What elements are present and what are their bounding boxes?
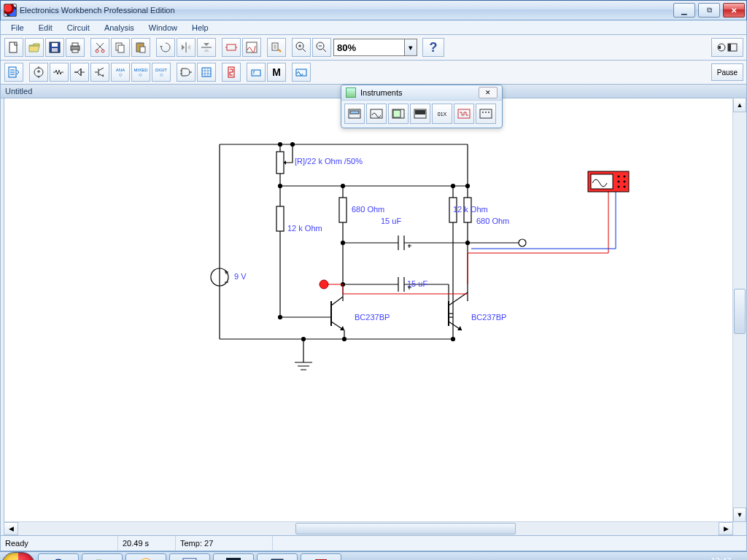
maximize-button[interactable]: ⧉ — [698, 3, 720, 18]
svg-rect-39 — [339, 198, 347, 222]
document-area: Untitled — [0, 85, 747, 536]
zoom-dropdown[interactable]: ▾ — [405, 39, 417, 56]
mixed-ics-bin-button[interactable]: MIXED◇ — [131, 63, 150, 82]
svg-rect-52 — [591, 174, 613, 189]
svg-rect-3 — [52, 48, 58, 52]
new-button[interactable] — [4, 38, 23, 57]
transistors-bin-button[interactable] — [90, 63, 109, 82]
instruments-close-button[interactable]: ✕ — [479, 87, 498, 98]
word-generator-button[interactable]: 01X — [432, 104, 452, 124]
taskbar-save[interactable] — [257, 553, 298, 560]
flip-v-button[interactable] — [197, 38, 216, 57]
svg-rect-0 — [9, 42, 17, 52]
menu-edit[interactable]: Edit — [31, 22, 60, 34]
taskbar-wmp[interactable] — [125, 553, 166, 560]
instruments-titlebar[interactable]: Instruments ✕ — [341, 85, 502, 101]
instruments-bin-button[interactable] — [292, 63, 311, 82]
svg-point-46 — [279, 316, 282, 319]
svg-rect-5 — [72, 43, 78, 46]
taskbar-explorer[interactable] — [82, 553, 123, 560]
vscroll-thumb[interactable] — [734, 289, 746, 334]
zoom-in-button[interactable] — [292, 38, 311, 57]
digital-bin-button[interactable] — [197, 63, 216, 82]
zoom-input[interactable]: 80% — [333, 39, 405, 56]
svg-rect-13 — [140, 47, 145, 52]
menu-window[interactable]: Window — [142, 22, 185, 34]
component-properties-button[interactable] — [267, 38, 286, 57]
menu-bar: File Edit Circuit Analysis Window Help — [0, 20, 747, 35]
scroll-up-button[interactable]: ▲ — [733, 98, 746, 112]
svg-rect-63 — [393, 110, 400, 117]
bode-plotter-button[interactable] — [410, 104, 430, 124]
multimeter-button[interactable] — [344, 104, 365, 124]
taskbar-word[interactable]: W — [169, 553, 210, 560]
instruments-window[interactable]: Instruments ✕ 01X — [341, 85, 503, 128]
flip-h-button[interactable] — [177, 38, 196, 57]
circuit-canvas[interactable]: 9 V [R]/22 k Ohm /50% 12 k Ohm 680 Ohm 1… — [4, 98, 733, 522]
taskbar-adobe[interactable] — [301, 553, 341, 560]
instruments-title: Instruments — [360, 88, 402, 97]
help-button[interactable]: ? — [422, 38, 444, 57]
save-button[interactable] — [45, 38, 64, 57]
menu-help[interactable]: Help — [185, 22, 216, 34]
svg-rect-65 — [415, 110, 425, 114]
svg-point-70 — [488, 112, 489, 113]
scroll-right-button[interactable]: ▶ — [719, 522, 733, 535]
indicators-bin-button[interactable] — [222, 63, 241, 82]
copy-button[interactable] — [111, 38, 130, 57]
hscroll-thumb[interactable] — [295, 523, 516, 534]
miscellaneous-bin-button[interactable]: M — [267, 63, 286, 82]
close-button[interactable]: ✕ — [723, 3, 745, 18]
logic-converter-button[interactable] — [476, 104, 496, 124]
paste-button[interactable] — [131, 38, 150, 57]
svg-rect-33 — [276, 152, 284, 174]
logic-analyzer-button[interactable] — [454, 104, 474, 124]
svg-rect-22 — [728, 44, 731, 51]
toolbar-components: ANA◇ MIXED◇ DIGIT◇ f M Pause — [0, 61, 747, 85]
svg-point-58 — [624, 186, 626, 188]
controls-bin-button[interactable]: f — [247, 63, 266, 82]
toolbar-main: 80% ▾ ? — [0, 35, 747, 61]
menu-analysis[interactable]: Analysis — [97, 22, 142, 34]
menu-file[interactable]: File — [4, 22, 31, 34]
svg-text:f: f — [253, 70, 255, 75]
diodes-bin-button[interactable] — [70, 63, 89, 82]
graph-button[interactable] — [242, 38, 261, 57]
svg-rect-10 — [118, 45, 124, 52]
pause-button[interactable]: Pause — [711, 63, 743, 81]
start-button[interactable] — [1, 552, 35, 560]
minimize-button[interactable]: ▁ — [673, 3, 695, 18]
oscilloscope-button[interactable] — [388, 104, 409, 124]
scroll-down-button[interactable]: ▼ — [733, 508, 746, 522]
function-generator-button[interactable] — [366, 104, 387, 124]
scroll-left-button[interactable]: ◀ — [4, 522, 18, 535]
rotate-button[interactable] — [156, 38, 175, 57]
open-button[interactable] — [25, 38, 44, 57]
tray-clock[interactable]: 12:47 14.04.2010 — [701, 556, 741, 560]
status-bar: Ready 20.49 s Temp: 27 — [0, 536, 747, 551]
cut-button[interactable] — [90, 38, 109, 57]
taskbar-ewb[interactable] — [213, 553, 254, 560]
svg-rect-25 — [202, 68, 211, 77]
svg-rect-20 — [719, 46, 721, 49]
subcircuit-button[interactable] — [222, 38, 241, 57]
taskbar-ie[interactable] — [38, 553, 79, 560]
menu-circuit[interactable]: Circuit — [60, 22, 97, 34]
c1-label: 15 uF — [381, 217, 401, 225]
print-button[interactable] — [66, 38, 85, 57]
svg-rect-60 — [350, 111, 359, 114]
r680-a-label: 680 Ohm — [352, 205, 384, 214]
basic-bin-button[interactable] — [50, 63, 69, 82]
svg-point-50 — [320, 280, 328, 289]
analog-ics-bin-button[interactable]: ANA◇ — [111, 63, 130, 82]
horizontal-scrollbar[interactable]: ◀ ▶ — [4, 521, 733, 535]
zoom-out-button[interactable] — [312, 38, 331, 57]
sources-bin-button[interactable] — [29, 63, 48, 82]
digital-ics-bin-button[interactable]: DIGIT◇ — [152, 63, 171, 82]
favourites-bin-button[interactable] — [4, 63, 23, 82]
logic-gates-bin-button[interactable] — [177, 63, 196, 82]
activate-button[interactable] — [711, 38, 743, 57]
c2-label: 15 uF — [407, 279, 427, 288]
svg-point-53 — [618, 176, 620, 178]
vertical-scrollbar[interactable]: ▲ ▼ — [732, 98, 746, 522]
